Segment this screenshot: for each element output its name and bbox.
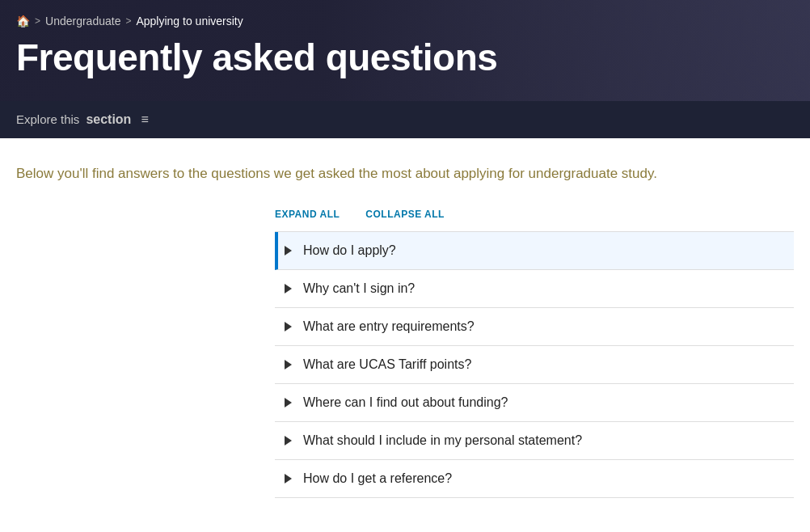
faq-question-text: How do I apply? bbox=[303, 243, 396, 258]
chevron-right-icon bbox=[285, 322, 292, 331]
hero-section: 🏠 > Undergraduate > Applying to universi… bbox=[0, 0, 810, 101]
faq-item[interactable]: Why can't I sign in? bbox=[275, 270, 794, 308]
faq-item[interactable]: How do I apply? bbox=[275, 232, 794, 270]
breadcrumb-separator-1: > bbox=[35, 15, 40, 27]
faq-item[interactable]: What are UCAS Tariff points? bbox=[275, 346, 794, 384]
chevron-right-icon bbox=[285, 436, 292, 445]
faq-question-text: Why can't I sign in? bbox=[303, 281, 415, 296]
faq-container: EXPAND ALL COLLAPSE ALL How do I apply?W… bbox=[275, 209, 794, 498]
breadcrumb-separator-2: > bbox=[125, 15, 131, 27]
faq-controls: EXPAND ALL COLLAPSE ALL bbox=[275, 209, 794, 220]
explore-section-word: section bbox=[86, 112, 131, 127]
faq-question-text: What are UCAS Tariff points? bbox=[303, 357, 471, 372]
explore-section-bar[interactable]: Explore this section ≡ bbox=[0, 101, 810, 138]
chevron-right-icon bbox=[285, 360, 292, 369]
main-content: Below you'll find answers to the questio… bbox=[0, 138, 810, 514]
chevron-right-icon bbox=[285, 284, 292, 293]
faq-question-text: What should I include in my personal sta… bbox=[303, 433, 582, 448]
faq-item[interactable]: What are entry requirements? bbox=[275, 308, 794, 346]
page-title: Frequently asked questions bbox=[16, 37, 794, 78]
faq-item[interactable]: How do I get a reference? bbox=[275, 460, 794, 498]
home-icon[interactable]: 🏠 bbox=[16, 15, 30, 27]
intro-paragraph: Below you'll find answers to the questio… bbox=[16, 163, 711, 184]
chevron-right-icon bbox=[285, 398, 292, 407]
faq-list: How do I apply?Why can't I sign in?What … bbox=[275, 231, 794, 498]
faq-question-text: What are entry requirements? bbox=[303, 319, 475, 334]
collapse-all-button[interactable]: COLLAPSE ALL bbox=[365, 209, 445, 220]
breadcrumb-undergraduate-link[interactable]: Undergraduate bbox=[45, 15, 120, 27]
faq-question-text: How do I get a reference? bbox=[303, 471, 452, 486]
menu-list-icon[interactable]: ≡ bbox=[141, 112, 148, 127]
breadcrumb: 🏠 > Undergraduate > Applying to universi… bbox=[16, 15, 794, 27]
faq-item[interactable]: What should I include in my personal sta… bbox=[275, 422, 794, 460]
faq-item[interactable]: Where can I find out about funding? bbox=[275, 384, 794, 422]
expand-all-button[interactable]: EXPAND ALL bbox=[275, 209, 340, 220]
breadcrumb-current-page: Applying to university bbox=[136, 15, 243, 27]
faq-question-text: Where can I find out about funding? bbox=[303, 395, 508, 410]
chevron-right-icon bbox=[285, 246, 292, 255]
chevron-right-icon bbox=[285, 474, 292, 483]
explore-prefix-text: Explore this bbox=[16, 112, 79, 126]
